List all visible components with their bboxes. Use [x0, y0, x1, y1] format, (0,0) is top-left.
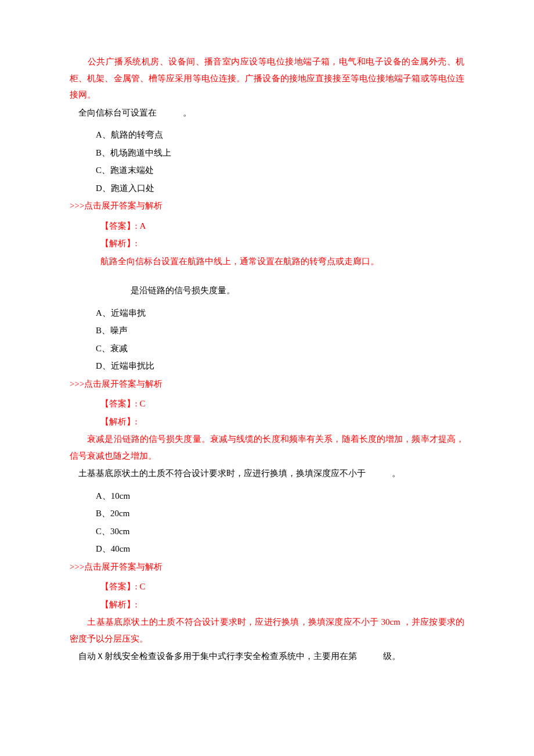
q3-explain-text: 土基基底原状土的土质不符合设计要求时，应进行换填，换填深度应不小于 30cm ，…: [70, 614, 464, 647]
q3-explain-label: 【解析】:: [100, 596, 465, 613]
intro-paragraph: 公共广播系统机房、设备间、播音室内应设等电位接地端子箱，电气和电子设备的金属外壳…: [70, 53, 464, 103]
q3-answer: C: [138, 582, 146, 591]
q3-option-d: D、40cm: [70, 541, 464, 557]
q3-stem: 土基基底原状土的土质不符合设计要求时，应进行换填，换填深度应不小于 。: [70, 465, 464, 482]
q3-answer-block: 【答案】: C 【解析】:: [70, 578, 464, 613]
q2-answer: C: [138, 399, 146, 408]
q1-option-c: C、跑道末端处: [70, 162, 464, 179]
q2-stem: 是沿链路的信号损失度量。: [70, 282, 464, 299]
q1-explain-label: 【解析】:: [100, 235, 465, 252]
q2-explain-text: 衰减是沿链路的信号损失度量。衰减与线缆的长度和频率有关系，随着长度的增加，频率才…: [70, 431, 464, 464]
q4-stem: 自动Ｘ射线安全检查设备多用于集中式行李安全检查系统中，主要用在第 级。: [70, 648, 464, 665]
q1-stem: 全向信标台可设置在 。: [70, 105, 464, 121]
q3-option-b: B、20cm: [70, 505, 464, 522]
q1-answer-block: 【答案】: A 【解析】: 航路全向信标台设置在航路中线上，通常设置在航路的转弯…: [70, 218, 464, 270]
document-page: 公共广播系统机房、设备间、播音室内应设等电位接地端子箱，电气和电子设备的金属外壳…: [0, 0, 534, 756]
q2-answer-line: 【答案】: C: [100, 395, 465, 412]
answer-label: 【答案】:: [100, 399, 138, 408]
q1-option-b: B、机场跑道中线上: [70, 145, 464, 161]
q3-option-c: C、30cm: [70, 523, 464, 540]
q1-option-a: A、航路的转弯点: [70, 127, 464, 143]
q2-expand-link[interactable]: >>>点击展开答案与解析: [70, 376, 464, 393]
q3-option-a: A、10cm: [70, 488, 464, 505]
q1-explain-text: 航路全向信标台设置在航路中线上，通常设置在航路的转弯点或走廊口。: [100, 253, 465, 270]
q3-expand-link[interactable]: >>>点击展开答案与解析: [70, 559, 464, 575]
q2-answer-block: 【答案】: C 【解析】:: [70, 395, 464, 430]
q2-option-d: D、近端串扰比: [70, 358, 464, 375]
q3-answer-line: 【答案】: C: [100, 578, 465, 595]
q1-answer-line: 【答案】: A: [100, 218, 465, 235]
q1-option-d: D、跑道入口处: [70, 180, 464, 197]
answer-label: 【答案】:: [100, 582, 138, 591]
q2-explain-label: 【解析】:: [100, 413, 465, 430]
q2-option-b: B、噪声: [70, 322, 464, 339]
answer-label: 【答案】:: [100, 221, 138, 231]
q2-option-a: A、近端串扰: [70, 305, 464, 322]
q1-expand-link[interactable]: >>>点击展开答案与解析: [70, 197, 464, 214]
q1-answer: A: [138, 221, 146, 231]
q2-option-c: C、衰减: [70, 340, 464, 357]
